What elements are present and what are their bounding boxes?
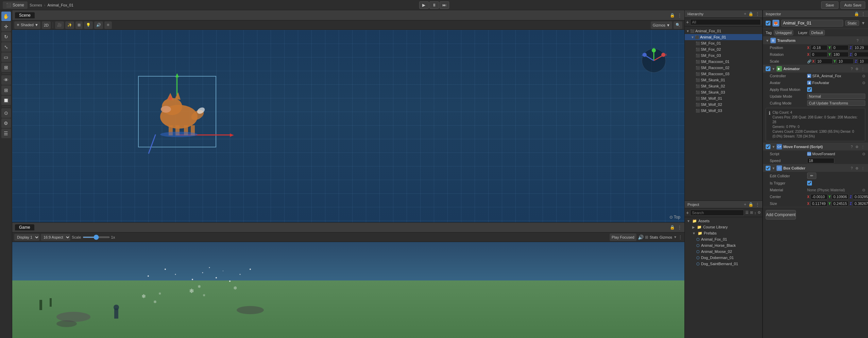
move-forward-active-checkbox[interactable] xyxy=(766,144,770,149)
pos-y-field[interactable] xyxy=(832,45,849,50)
move-forward-header[interactable]: ▼ C# Move Forward (Script) ? ⚙ ⋮ xyxy=(763,143,868,150)
rot-z-field[interactable] xyxy=(853,52,868,57)
avatar-target-icon[interactable]: ⊙ xyxy=(862,81,865,85)
box-collider-settings-icon[interactable]: ⚙ xyxy=(855,166,859,170)
hierarchy-item-sm-raccoon01[interactable]: ⬛ SM_Raccoon_01 xyxy=(685,59,762,65)
snap-button[interactable]: 🔲 xyxy=(1,96,11,105)
rot-y-field[interactable] xyxy=(832,52,849,57)
shading-mode-button[interactable]: ☀ Shaded ▼ xyxy=(14,21,40,29)
hierarchy-item-sm-wolf01[interactable]: ⬛ SM_Wolf_01 xyxy=(685,95,762,101)
project-icon4[interactable]: ⚙ xyxy=(758,210,761,215)
play-button[interactable]: ▶ xyxy=(419,1,429,9)
project-course-library[interactable]: ▶ 📁 Course Library xyxy=(685,224,762,230)
audio-button[interactable]: 🔊 xyxy=(94,21,103,29)
hierarchy-item-sm-skunk01[interactable]: ⬛ SM_Skunk_01 xyxy=(685,77,762,83)
animator-settings-icon[interactable]: ⚙ xyxy=(855,67,859,71)
culling-mode-dropdown[interactable]: Cull Update Transforms xyxy=(807,100,865,106)
project-prefabs-folder[interactable]: ▼ 📁 Prefabs xyxy=(685,230,762,236)
scenes-breadcrumb[interactable]: Scenes xyxy=(30,3,42,7)
scene-more-icon[interactable]: ⋮ xyxy=(678,13,682,18)
grid-button[interactable]: ⊞ xyxy=(1,85,11,95)
game-stats-icon[interactable]: ⊞ xyxy=(645,235,648,240)
animator-active-checkbox[interactable] xyxy=(766,66,770,71)
script-target-icon[interactable]: ⊙ xyxy=(862,152,865,156)
hierarchy-item-scene[interactable]: ▼ ⬛ Animal_Fox_01 xyxy=(685,28,762,34)
hierarchy-more-icon[interactable]: ⋮ xyxy=(755,12,760,16)
hierarchy-item-sm-raccoon02[interactable]: ⬛ SM_Raccoon_02 xyxy=(685,65,762,71)
animator-info-icon[interactable]: ? xyxy=(850,67,853,71)
3d-2d-button[interactable]: 2D xyxy=(42,21,51,29)
project-dog-saintbernard[interactable]: ⬡ Dog_SaintBernard_01 xyxy=(685,261,762,267)
settings-button[interactable]: ⚙ xyxy=(1,118,11,128)
controller-target-icon[interactable]: ⊙ xyxy=(862,74,865,78)
save-button[interactable]: Save xyxy=(821,1,838,9)
transform-header[interactable]: ▼ ⊞ Transform ? ⋮ xyxy=(763,37,868,44)
gizmos-dropdown-button[interactable]: Gizmos ▼ xyxy=(651,21,672,29)
project-animal-moose[interactable]: ⬡ Animal_Moose_02 xyxy=(685,248,762,255)
hierarchy-item-sm-raccoon03[interactable]: ⬛ SM_Raccoon_03 xyxy=(685,71,762,77)
size-y-field[interactable] xyxy=(832,201,849,206)
static-badge[interactable]: Static xyxy=(845,20,860,26)
center-x-field[interactable] xyxy=(811,194,828,199)
physic-material-target-icon[interactable]: ⊙ xyxy=(862,188,865,192)
hierarchy-item-sm-fox03[interactable]: ⬛ SM_Fox_03 xyxy=(685,52,762,59)
project-dog-doberman[interactable]: ⬡ Dog_Doberman_01 xyxy=(685,255,762,261)
obj-active-checkbox[interactable] xyxy=(766,21,770,26)
hierarchy-item-sm-fox01[interactable]: ⬛ SM_Fox_01 xyxy=(685,40,762,46)
scene-tab-active[interactable]: Scene xyxy=(15,12,35,18)
animator-header[interactable]: ▼ ▶ Animator ? ⚙ ⋮ xyxy=(763,65,868,73)
apply-root-motion-checkbox[interactable] xyxy=(807,87,812,92)
game-more-icon[interactable]: ⋮ xyxy=(678,225,682,230)
inspector-more-icon[interactable]: ⋮ xyxy=(861,12,865,16)
project-assets-root[interactable]: ▼ 📁 Assets xyxy=(685,218,762,224)
add-component-button[interactable]: Add Component xyxy=(766,210,796,220)
game-gizmos-arrow[interactable]: ▼ xyxy=(674,235,677,239)
edit-collider-button[interactable]: ✏ xyxy=(807,173,816,179)
tag-dropdown[interactable]: Untagged xyxy=(774,30,794,35)
play-focused-button[interactable]: Play Focused xyxy=(610,234,636,241)
layer-dropdown[interactable]: Default xyxy=(810,30,825,35)
gizmo-button[interactable]: ⊙ xyxy=(1,108,11,118)
game-aspect-dropdown[interactable]: 16:9 Aspect xyxy=(41,234,70,241)
animator-menu-icon[interactable]: ⋮ xyxy=(861,67,865,71)
transform-menu-icon[interactable]: ⋮ xyxy=(861,39,865,43)
step-button[interactable]: ⏭ xyxy=(440,1,449,9)
project-add-btn[interactable]: + xyxy=(686,210,689,215)
is-trigger-checkbox[interactable] xyxy=(807,181,812,186)
extra-button[interactable]: ☰ xyxy=(1,129,11,138)
visibility-button[interactable]: 👁 xyxy=(1,75,11,85)
project-animal-horse[interactable]: ⬡ Animal_Horse_Black xyxy=(685,242,762,248)
pos-z-field[interactable] xyxy=(853,45,868,50)
hierarchy-item-fox01[interactable]: ▼ ⬛ Animal_Fox_01 xyxy=(685,34,762,40)
static-dropdown-arrow[interactable]: ▼ xyxy=(861,21,865,26)
scale-y-field[interactable] xyxy=(837,59,854,64)
hierarchy-search-input[interactable] xyxy=(690,19,761,25)
hierarchy-item-sm-wolf03[interactable]: ⬛ SM_Wolf_03 xyxy=(685,108,762,114)
hierarchy-item-sm-skunk02[interactable]: ⬛ SM_Skunk_02 xyxy=(685,83,762,89)
box-collider-header[interactable]: ▼ □ Box Collider ? ⚙ ⋮ xyxy=(763,164,868,172)
size-x-field[interactable] xyxy=(811,201,828,206)
autosave-button[interactable]: Auto Save xyxy=(840,1,865,9)
project-add-icon[interactable]: + xyxy=(744,202,746,207)
transform-tool-button[interactable]: ⊞ xyxy=(1,63,11,72)
center-y-field[interactable] xyxy=(832,194,849,199)
mute-icon[interactable]: 🔊 xyxy=(638,235,644,240)
project-more-icon[interactable]: ⋮ xyxy=(755,202,760,207)
box-collider-info-icon[interactable]: ? xyxy=(850,166,853,170)
hierarchy-item-sm-wolf02[interactable]: ⬛ SM_Wolf_02 xyxy=(685,101,762,108)
gizmos-label[interactable]: Gizmos xyxy=(660,235,672,239)
box-collider-menu-icon[interactable]: ⋮ xyxy=(861,166,865,170)
box-collider-active-checkbox[interactable] xyxy=(766,166,770,171)
project-animal-fox01[interactable]: ⬡ Animal_Fox_01 xyxy=(685,236,762,242)
hand-tool-button[interactable]: ✋ xyxy=(1,12,11,21)
rot-x-field[interactable] xyxy=(811,52,828,57)
move-forward-info-icon[interactable]: ? xyxy=(850,145,853,149)
speed-field[interactable] xyxy=(807,158,834,163)
effects-button[interactable]: ✨ xyxy=(65,21,74,29)
rect-tool-button[interactable]: ▭ xyxy=(1,52,11,62)
size-z-field[interactable] xyxy=(853,201,868,206)
scene-tab[interactable]: ⬛ Scene xyxy=(3,1,28,9)
search-scene-button[interactable]: 🔍 xyxy=(674,21,682,29)
camera-button[interactable]: 🎥 xyxy=(55,21,64,29)
scale-link-icon[interactable]: 🔗 xyxy=(807,60,811,63)
